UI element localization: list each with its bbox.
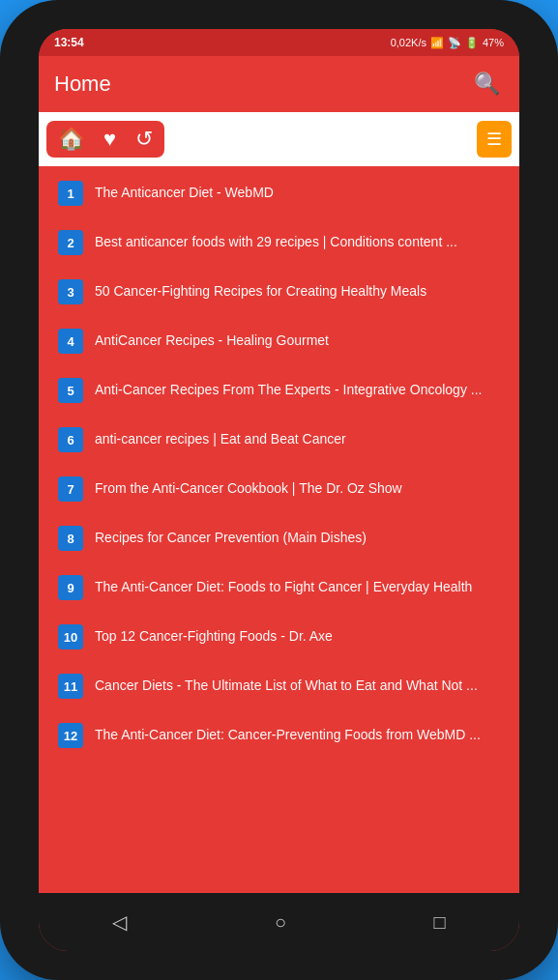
app-title: Home	[54, 72, 111, 97]
list-item[interactable]: 9The Anti-Cancer Diet: Foods to Fight Ca…	[46, 564, 512, 611]
list-item[interactable]: 350 Cancer-Fighting Recipes for Creating…	[46, 269, 512, 315]
home-button[interactable]: ○	[255, 908, 306, 937]
signal-icon: 📡	[448, 37, 461, 49]
phone-shell: 13:54 0,02K/s 📶 📡 🔋 47% Home 🔍 🏠 ♥ ↺ ☰	[0, 0, 558, 980]
item-text: From the Anti-Cancer Cookbook | The Dr. …	[95, 479, 402, 499]
nav-bar: ◁ ○ □	[39, 893, 519, 951]
list-item[interactable]: 7From the Anti-Cancer Cookbook | The Dr.…	[46, 466, 512, 512]
list-view-button[interactable]: ☰	[477, 121, 512, 158]
network-speed: 0,02K/s	[391, 37, 426, 48]
results-list: 1The Anticancer Diet - WebMD2Best antica…	[39, 166, 519, 893]
status-icons: 0,02K/s 📶 📡 🔋 47%	[391, 37, 504, 49]
item-text: The Anticancer Diet - WebMD	[95, 184, 274, 203]
item-text: anti-cancer recipes | Eat and Beat Cance…	[95, 430, 346, 449]
item-text: Recipes for Cancer Prevention (Main Dish…	[95, 529, 367, 548]
item-text: Top 12 Cancer-Fighting Foods - Dr. Axe	[95, 627, 333, 647]
item-number: 8	[58, 526, 83, 551]
item-text: Cancer Diets - The Ultimate List of What…	[95, 677, 478, 696]
item-number: 3	[58, 279, 83, 304]
item-text: The Anti-Cancer Diet: Cancer-Preventing …	[95, 726, 481, 745]
list-item[interactable]: 6anti-cancer recipes | Eat and Beat Canc…	[46, 417, 512, 463]
item-number: 5	[58, 378, 83, 403]
list-item[interactable]: 12The Anti-Cancer Diet: Cancer-Preventin…	[46, 712, 512, 759]
list-item[interactable]: 1The Anticancer Diet - WebMD	[46, 170, 512, 216]
battery-percent: 47%	[483, 37, 504, 48]
tab-bar: 🏠 ♥ ↺ ☰	[39, 112, 519, 166]
wifi-icon: 📶	[430, 37, 444, 49]
back-button[interactable]: ◁	[93, 907, 146, 937]
item-number: 7	[58, 476, 83, 502]
item-text: AntiCancer Recipes - Healing Gourmet	[95, 331, 329, 351]
item-number: 4	[58, 329, 83, 354]
item-number: 12	[58, 723, 83, 748]
status-time: 13:54	[54, 36, 84, 49]
item-text: The Anti-Cancer Diet: Foods to Fight Can…	[95, 578, 472, 597]
list-item[interactable]: 8Recipes for Cancer Prevention (Main Dis…	[46, 515, 512, 562]
item-number: 6	[58, 427, 83, 452]
list-item[interactable]: 10Top 12 Cancer-Fighting Foods - Dr. Axe	[46, 614, 512, 660]
list-item[interactable]: 2Best anticancer foods with 29 recipes |…	[46, 219, 512, 266]
history-tab-icon[interactable]: ↺	[135, 127, 153, 152]
search-button[interactable]: 🔍	[470, 68, 504, 101]
recent-apps-button[interactable]: □	[415, 908, 465, 937]
item-number: 2	[58, 230, 83, 255]
list-item[interactable]: 5Anti-Cancer Recipes From The Experts - …	[46, 367, 512, 414]
home-tab-icon[interactable]: 🏠	[58, 127, 84, 152]
item-text: 50 Cancer-Fighting Recipes for Creating …	[95, 282, 426, 302]
item-number: 1	[58, 181, 83, 206]
item-number: 10	[58, 624, 83, 649]
battery-icon: 🔋	[465, 37, 479, 49]
status-bar: 13:54 0,02K/s 📶 📡 🔋 47%	[39, 29, 519, 56]
item-number: 9	[58, 575, 83, 600]
list-item[interactable]: 4AntiCancer Recipes - Healing Gourmet	[46, 318, 512, 364]
item-number: 11	[58, 674, 83, 699]
item-text: Best anticancer foods with 29 recipes | …	[95, 233, 457, 252]
app-bar: Home 🔍	[39, 56, 519, 112]
item-text: Anti-Cancer Recipes From The Experts - I…	[95, 381, 482, 400]
phone-screen: 13:54 0,02K/s 📶 📡 🔋 47% Home 🔍 🏠 ♥ ↺ ☰	[39, 29, 519, 951]
favorites-tab-icon[interactable]: ♥	[103, 127, 116, 152]
list-item[interactable]: 11Cancer Diets - The Ultimate List of Wh…	[46, 663, 512, 709]
tab-group: 🏠 ♥ ↺	[46, 121, 164, 158]
